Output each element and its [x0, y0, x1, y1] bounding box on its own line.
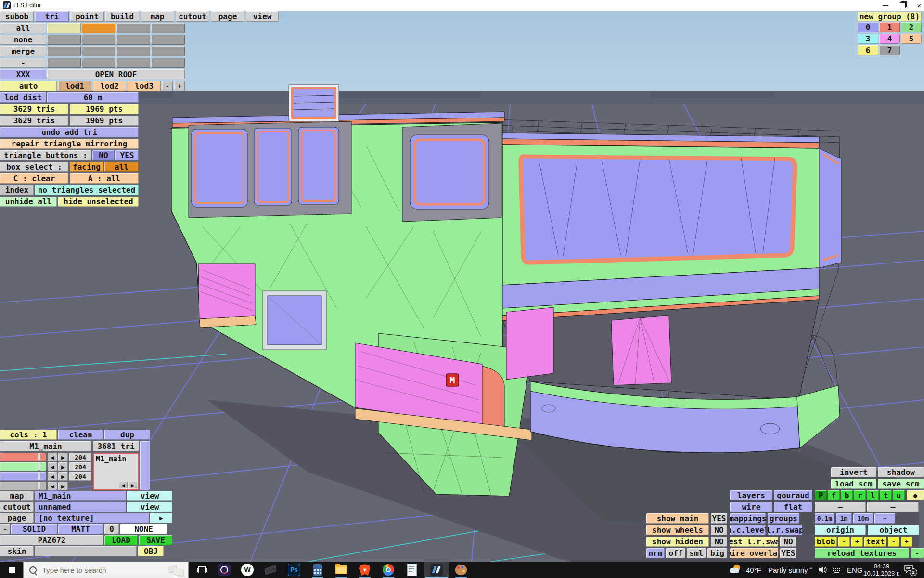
group-swatch-10[interactable]: [116, 46, 150, 56]
matt-button[interactable]: MATT: [58, 524, 103, 534]
mapping-list-item[interactable]: M1_main: [94, 454, 138, 464]
nrm-sml-button[interactable]: sml: [687, 548, 706, 558]
triangle-buttons-yes[interactable]: YES: [116, 150, 139, 160]
axis-toggle-P[interactable]: P: [815, 490, 827, 500]
slider-blue-next[interactable]: ▶: [58, 472, 68, 481]
task-view-button[interactable]: [192, 562, 213, 578]
reload-textures-button[interactable]: reload textures: [815, 548, 909, 558]
xxx-button[interactable]: XXX: [0, 69, 46, 79]
save-button[interactable]: SAVE: [139, 535, 172, 545]
group-2-button[interactable]: 2: [901, 22, 922, 32]
obj-export-button[interactable]: OBJ: [138, 546, 164, 556]
taskbar-icon-brave[interactable]: ▼: [358, 563, 372, 577]
lod2-button[interactable]: lod2: [93, 81, 126, 91]
load-button[interactable]: LOAD: [104, 535, 138, 545]
dash-button[interactable]: -: [0, 58, 46, 68]
nc-level-button[interactable]: n.c.level: [730, 525, 766, 535]
new-group-button[interactable]: new group (8): [858, 12, 922, 21]
material-none[interactable]: NONE: [120, 524, 167, 534]
tab-subob[interactable]: subob: [0, 11, 34, 22]
tab-map[interactable]: map: [141, 11, 174, 22]
grid-dash-button[interactable]: –: [874, 513, 895, 524]
lod-dist-value[interactable]: 60 m: [47, 92, 139, 103]
slider-red[interactable]: [0, 453, 46, 461]
dash-b-button[interactable]: –: [867, 502, 919, 512]
group-0-button[interactable]: 0: [858, 22, 878, 32]
taskbar-icon-photoshop[interactable]: Ps: [287, 563, 301, 577]
mappings-button[interactable]: mappings: [730, 513, 766, 524]
taskbar-icon-chrome[interactable]: [382, 563, 395, 577]
group-3-button[interactable]: 3: [858, 34, 878, 44]
tray-chevron-up-icon[interactable]: ⌃: [808, 562, 814, 578]
skin-field[interactable]: [35, 546, 137, 556]
cutout-value[interactable]: unnamed: [35, 502, 126, 512]
material-minus-button[interactable]: -: [0, 524, 10, 534]
axis-toggle-r[interactable]: r: [854, 490, 866, 500]
map-view-button[interactable]: view: [127, 491, 172, 501]
slider-blue-prev[interactable]: ◀: [48, 472, 57, 481]
group-swatch-13[interactable]: [82, 58, 116, 68]
group-swatch-1[interactable]: [82, 23, 116, 33]
group-swatch-2[interactable]: [116, 23, 150, 33]
axis-toggle-u[interactable]: u: [893, 490, 905, 500]
page-next-button[interactable]: ▶: [150, 513, 172, 523]
gouraud-button[interactable]: gouraud: [774, 490, 812, 500]
lod-minus-button[interactable]: -: [162, 81, 173, 91]
group-swatch-7[interactable]: [151, 35, 185, 45]
dash-a-button[interactable]: –: [815, 502, 866, 512]
nrm-off-button[interactable]: off: [666, 548, 685, 558]
search-box[interactable]: [23, 562, 189, 578]
show-hidden-toggle[interactable]: NO: [711, 537, 727, 547]
group-swatch-15[interactable]: [151, 58, 185, 68]
nrm-button[interactable]: nrm: [646, 548, 665, 558]
show-main-toggle[interactable]: YES: [711, 513, 727, 524]
select-all-button[interactable]: all: [0, 23, 46, 33]
search-input[interactable]: [41, 565, 149, 575]
tab-point[interactable]: point: [70, 11, 104, 22]
groups-button[interactable]: groups: [768, 513, 799, 524]
taskbar-icon-paint[interactable]: [454, 563, 468, 577]
axis-toggle-t[interactable]: t: [880, 490, 892, 500]
group-swatch-8[interactable]: [47, 46, 81, 56]
text-button[interactable]: text: [864, 537, 886, 547]
layers-button[interactable]: layers: [730, 490, 772, 500]
repair-triangle-mirroring-button[interactable]: repair triangle mirroring: [0, 139, 139, 149]
blob-plus-button[interactable]: +: [851, 537, 863, 547]
lr-swap-button[interactable]: l.r.swap: [768, 525, 802, 535]
shadow-button[interactable]: shadow: [878, 467, 924, 477]
group-swatch-12[interactable]: [47, 58, 81, 68]
cutout-view-button[interactable]: view: [127, 502, 172, 512]
group-4-button[interactable]: 4: [879, 34, 900, 44]
tab-page[interactable]: page: [211, 11, 244, 22]
slider-green-next[interactable]: ▶: [58, 462, 68, 471]
map-value[interactable]: M1_main: [35, 491, 126, 501]
merge-button[interactable]: merge: [0, 46, 46, 56]
clean-button[interactable]: clean: [58, 430, 103, 440]
slider-alpha[interactable]: [0, 482, 46, 490]
tab-tri[interactable]: tri: [35, 11, 69, 22]
slider-blue[interactable]: [0, 472, 46, 481]
minimize-button[interactable]: —: [878, 0, 893, 11]
object-button[interactable]: object: [868, 525, 919, 535]
dup-button[interactable]: dup: [104, 430, 150, 440]
slider-green-prev[interactable]: ◀: [48, 462, 57, 471]
group-swatch-0[interactable]: [47, 23, 81, 33]
taskbar-icon-gog[interactable]: [218, 563, 231, 577]
save-scm-button[interactable]: save scm: [878, 479, 924, 489]
start-button[interactable]: [0, 562, 23, 578]
list-page-next[interactable]: ▶: [128, 482, 137, 488]
blob-button[interactable]: blob: [815, 537, 837, 547]
lod-plus-button[interactable]: +: [174, 81, 185, 91]
slider-alpha-prev[interactable]: ◀: [48, 482, 57, 490]
taskbar-icon-lfs-active[interactable]: [424, 562, 449, 578]
blob-minus-button[interactable]: -: [838, 537, 850, 547]
slider-red-value[interactable]: 204: [69, 453, 91, 461]
nrm-big-button[interactable]: big: [707, 548, 727, 558]
select-all-tris-button[interactable]: A : all: [70, 173, 139, 184]
tab-build[interactable]: build: [105, 11, 139, 22]
grid-01m-button[interactable]: 0.1m: [815, 513, 834, 524]
tray-temperature[interactable]: 40°F: [746, 562, 761, 578]
list-page-prev[interactable]: ◀: [119, 482, 128, 488]
action-center-icon[interactable]: 2: [904, 565, 914, 574]
group-5-button[interactable]: 5: [901, 34, 922, 44]
